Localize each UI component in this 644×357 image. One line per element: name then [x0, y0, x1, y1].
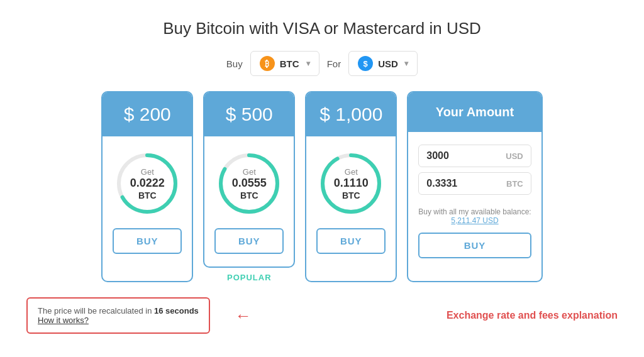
card-500-header: $ 500	[204, 92, 294, 136]
arrow-icon: ←	[235, 306, 252, 326]
card-1000-header: $ 1,000	[306, 92, 396, 136]
cards-container: $ 200 Get 0.0222 BTC BUY $ 5	[25, 91, 619, 282]
btc-input-row: BTC	[418, 172, 531, 195]
usd-input-row: USD	[418, 145, 531, 167]
card-1000-buy-button[interactable]: BUY	[316, 228, 386, 254]
card-200-get-label: Get	[130, 167, 165, 177]
recalc-box: The price will be recalculated in 16 sec…	[26, 297, 210, 334]
balance-link[interactable]: 5,211.47 USD	[451, 216, 498, 225]
card-500-currency: BTC	[232, 190, 267, 200]
card-custom: Your Amount USD BTC Buy with all my avai…	[407, 91, 542, 282]
popular-badge: POPULAR	[227, 273, 272, 282]
card-1000-body: Get 0.1110 BTC BUY	[306, 136, 396, 281]
currency-selector-row: Buy ₿ BTC ▾ For $ USD ▾	[226, 51, 418, 76]
for-currency-value: USD	[378, 58, 398, 69]
usd-currency-label: USD	[506, 151, 523, 161]
card-500-amount: 0.0555	[232, 177, 267, 190]
buy-currency-dropdown[interactable]: ₿ BTC ▾	[250, 51, 319, 76]
card-1000-get-label: Get	[334, 167, 369, 177]
card-500-get-label: Get	[232, 167, 267, 177]
recalc-prefix: The price will be recalculated in	[38, 306, 154, 316]
card-500-body: Get 0.0555 BTC BUY	[204, 136, 294, 266]
card-500-circle: Get 0.0555 BTC	[214, 149, 284, 218]
buy-label: Buy	[226, 58, 243, 69]
card-200-currency: BTC	[130, 190, 165, 200]
card-1000-circle: Get 0.1110 BTC	[316, 149, 386, 218]
card-500: $ 500 Get 0.0555 BTC BUY	[203, 91, 295, 268]
buy-chevron-icon: ▾	[306, 59, 310, 68]
card-1000: $ 1,000 Get 0.1110 BTC BUY	[305, 91, 397, 282]
usd-icon: $	[358, 56, 373, 71]
btc-currency-label: BTC	[506, 179, 523, 189]
card-200-circle: Get 0.0222 BTC	[113, 149, 182, 218]
btc-icon: ₿	[260, 56, 275, 71]
card-500-buy-button[interactable]: BUY	[214, 228, 284, 254]
for-label: For	[327, 58, 341, 69]
for-currency-dropdown[interactable]: $ USD ▾	[348, 51, 418, 76]
card-200-body: Get 0.0222 BTC BUY	[103, 136, 192, 281]
card-1000-currency: BTC	[334, 190, 369, 200]
for-chevron-icon: ▾	[404, 59, 408, 68]
custom-inputs-container: USD BTC	[418, 145, 531, 200]
card-200-amount: 0.0222	[130, 177, 165, 190]
bottom-section: The price will be recalculated in 16 sec…	[26, 297, 618, 334]
exchange-rate-text: Exchange rate and fees explanation	[447, 310, 618, 321]
btc-amount-input[interactable]	[426, 178, 501, 189]
how-it-works-link[interactable]: How it works?	[38, 316, 89, 325]
card-custom-header: Your Amount	[408, 92, 541, 132]
usd-amount-input[interactable]	[426, 150, 501, 162]
buy-currency-value: BTC	[280, 58, 299, 69]
card-custom-body: USD BTC Buy with all my available balanc…	[408, 132, 541, 281]
exchange-info-row: ← Exchange rate and fees explanation	[235, 306, 618, 326]
card-1000-amount: 0.1110	[334, 177, 369, 190]
balance-info: Buy with all my available balance: 5,211…	[418, 207, 531, 225]
card-200-header: $ 200	[103, 92, 192, 136]
card-custom-buy-button[interactable]: BUY	[418, 233, 531, 258]
card-200-buy-button[interactable]: BUY	[113, 228, 182, 254]
page-title: Buy Bitcoin with VISA or Mastercard in U…	[163, 19, 481, 38]
card-200: $ 200 Get 0.0222 BTC BUY	[101, 91, 193, 282]
recalc-seconds: 16 seconds	[154, 306, 199, 316]
